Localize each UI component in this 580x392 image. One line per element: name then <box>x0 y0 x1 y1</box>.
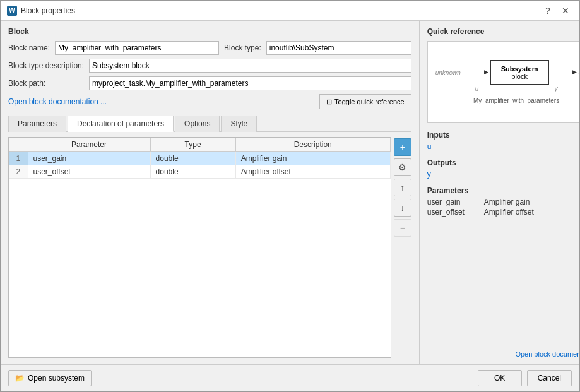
title-bar-left: W Block properties <box>7 6 75 16</box>
add-row-button[interactable]: + <box>394 138 411 156</box>
left-panel: Block Block name: Block type: Block type… <box>1 21 420 364</box>
move-down-button[interactable]: ↓ <box>394 199 411 217</box>
settings-button[interactable]: ⚙ <box>394 158 411 176</box>
row-desc: Amplifier offset <box>235 165 390 179</box>
path-label: Block path: <box>8 79 84 88</box>
dialog-footer: 📂 Open subsystem OK Cancel <box>1 364 579 391</box>
output-port-name: y <box>554 85 557 92</box>
tab-options[interactable]: Options <box>175 116 220 132</box>
output-arrow <box>554 73 573 73</box>
row-type: double <box>150 152 235 165</box>
move-up-button[interactable]: ↑ <box>394 179 411 196</box>
block-name-input[interactable] <box>55 41 219 55</box>
row-num: 1 <box>9 152 28 165</box>
block-type-input[interactable] <box>266 41 411 55</box>
ok-button[interactable]: OK <box>478 370 522 386</box>
param-val-2: Amplifier offset <box>484 208 534 217</box>
inputs-label: Inputs <box>427 131 579 140</box>
tab-style[interactable]: Style <box>221 116 257 132</box>
outputs-section: Outputs y <box>427 158 579 180</box>
tab-declaration[interactable]: Declaration of parameters <box>68 116 174 132</box>
path-row: Block path: <box>8 76 411 90</box>
name-label: Block name: <box>8 44 50 52</box>
right-panel: Quick reference unknown Subsystem block <box>420 21 579 364</box>
param-key-2: user_offset <box>427 208 478 217</box>
param-row-1: user_gain Amplifier gain <box>427 198 579 206</box>
row-num: 2 <box>9 165 28 179</box>
params-section: Parameters user_gain Amplifier gain user… <box>427 186 579 218</box>
open-subsystem-label: Open subsystem <box>28 374 85 383</box>
table-row[interactable]: 1 user_gain double Amplifier gain <box>9 152 390 165</box>
help-button[interactable]: ? <box>540 3 555 18</box>
tab-bar: Parameters Declaration of parameters Opt… <box>8 116 411 132</box>
desc-label: Block type description: <box>8 61 84 70</box>
toggle-quick-ref-button[interactable]: ⊞ Toggle quick reference <box>319 94 411 109</box>
block-path-input[interactable] <box>89 76 411 90</box>
col-param-header: Parameter <box>28 138 150 152</box>
left-port-unknown: unknown <box>435 69 461 76</box>
type-label: Block type: <box>224 44 261 52</box>
right-doc-link[interactable]: Open block documentation ... <box>427 350 579 358</box>
title-bar-controls: ? ✕ <box>540 3 573 18</box>
table-actions: + ⚙ ↑ ↓ − <box>394 137 411 358</box>
row-type: double <box>150 165 235 179</box>
block-diagram-name: My_amplifier_with_parameters <box>473 97 559 104</box>
desc-row: Block type description: <box>8 59 411 73</box>
col-num-header <box>9 138 28 152</box>
open-subsystem-button[interactable]: 📂 Open subsystem <box>8 370 92 386</box>
dialog-content: Block Block name: Block type: Block type… <box>1 21 579 364</box>
doc-toggle-row: Open block documentation ... ⊞ Toggle qu… <box>8 94 411 109</box>
close-button[interactable]: ✕ <box>558 3 573 18</box>
input-port-name: u <box>475 85 479 92</box>
row-desc: Amplifier gain <box>235 152 390 165</box>
col-type-header: Type <box>150 138 235 152</box>
output-value: y <box>427 170 579 179</box>
quick-ref-title: Quick reference <box>427 27 579 36</box>
left-port-label: unknown <box>435 69 461 76</box>
param-row-2: user_offset Amplifier offset <box>427 208 579 217</box>
block-desc-input[interactable] <box>89 59 411 73</box>
block-diagram: unknown Subsystem block double <box>435 60 579 85</box>
open-doc-link[interactable]: Open block documentation ... <box>8 97 107 106</box>
quick-ref-box: unknown Subsystem block double <box>427 41 579 123</box>
tab-parameters[interactable]: Parameters <box>8 116 66 132</box>
footer-left: 📂 Open subsystem <box>8 370 92 386</box>
open-subsystem-icon: 📂 <box>15 374 25 383</box>
right-port-label: double <box>578 69 579 76</box>
right-panel-inner: Quick reference unknown Subsystem block <box>427 27 579 358</box>
input-arrow <box>466 73 485 73</box>
toggle-label: Toggle quick reference <box>334 98 405 105</box>
footer-right: OK Cancel <box>478 370 572 386</box>
port-names: u y <box>435 85 579 92</box>
block-line2: block <box>511 73 528 80</box>
toggle-icon: ⊞ <box>326 98 332 106</box>
block-section-label: Block <box>8 27 411 36</box>
subsystem-block: Subsystem block <box>490 60 550 85</box>
row-param[interactable]: user_gain <box>28 152 150 165</box>
dialog-title: Block properties <box>21 6 75 15</box>
app-icon: W <box>7 6 17 16</box>
block-line1: Subsystem <box>501 65 538 73</box>
table-row[interactable]: 2 user_offset double Amplifier offset <box>9 165 390 179</box>
cancel-button[interactable]: Cancel <box>527 370 572 386</box>
col-desc-header: Description <box>235 138 390 152</box>
outputs-label: Outputs <box>427 158 579 167</box>
block-properties-dialog: W Block properties ? ✕ Block Block name:… <box>0 0 580 392</box>
title-bar: W Block properties ? ✕ <box>1 1 579 21</box>
parameters-table: Parameter Type Description 1 user_gain d… <box>8 137 391 358</box>
name-type-row: Block name: Block type: <box>8 41 411 55</box>
params-label: Parameters <box>427 186 579 195</box>
inputs-section: Inputs u <box>427 131 579 152</box>
right-port-type: double <box>578 69 579 76</box>
remove-row-button[interactable]: − <box>394 219 411 237</box>
table-area: Parameter Type Description 1 user_gain d… <box>8 137 411 358</box>
row-param[interactable]: user_offset <box>28 165 150 179</box>
input-value: u <box>427 142 579 151</box>
param-key-1: user_gain <box>427 198 478 206</box>
param-val-1: Amplifier gain <box>484 198 530 206</box>
